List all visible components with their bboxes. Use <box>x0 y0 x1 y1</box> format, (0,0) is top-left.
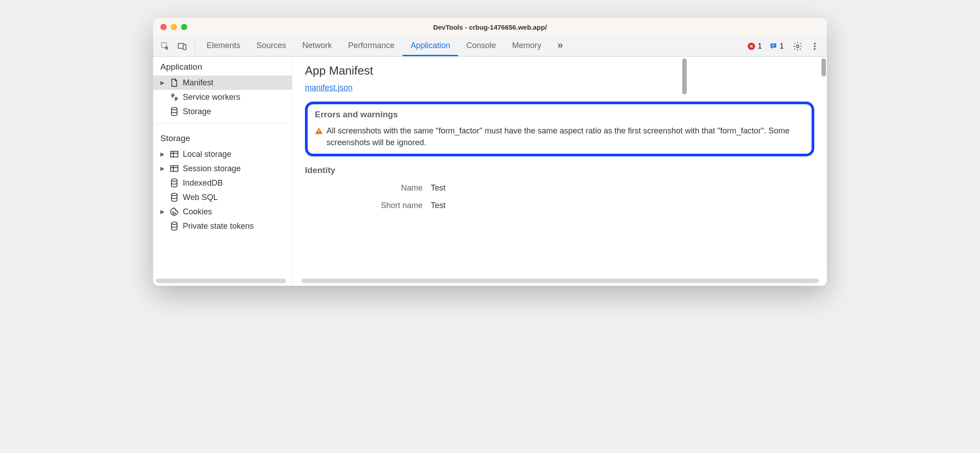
more-tabs-button[interactable]: » <box>549 36 571 56</box>
svg-rect-22 <box>318 132 319 133</box>
main-tabs: Elements Sources Network Performance App… <box>199 36 571 56</box>
svg-point-17 <box>172 212 173 213</box>
sidebar-section-application: Application <box>153 57 292 76</box>
svg-point-8 <box>814 45 816 47</box>
warning-row: All screenshots with the same "form_fact… <box>315 125 804 148</box>
inspect-element-icon[interactable] <box>159 40 171 52</box>
svg-rect-4 <box>772 44 775 45</box>
svg-point-16 <box>172 193 177 195</box>
svg-point-20 <box>172 222 177 224</box>
sidebar-item-label: Manifest <box>183 78 213 88</box>
sidebar-item-session-storage[interactable]: ▶ Session storage <box>153 161 292 176</box>
page-title: App Manifest <box>305 64 814 78</box>
error-badge[interactable]: 1 <box>747 42 762 51</box>
sidebar-section-storage: Storage <box>153 128 292 147</box>
main-hscrollbar[interactable] <box>301 279 819 283</box>
sidebar-item-label: Session storage <box>183 164 241 173</box>
table-icon <box>169 149 179 159</box>
svg-rect-2 <box>183 44 186 49</box>
sidebar-item-label: Local storage <box>183 150 231 159</box>
identity-heading: Identity <box>305 165 814 175</box>
svg-point-19 <box>173 213 173 214</box>
divider <box>194 41 195 52</box>
divider <box>153 123 292 124</box>
gears-icon <box>169 92 179 102</box>
toolbar: Elements Sources Network Performance App… <box>153 36 827 57</box>
warning-text: All screenshots with the same "form_fact… <box>327 125 804 148</box>
tab-elements[interactable]: Elements <box>199 36 248 56</box>
sidebar-item-storage-app[interactable]: Storage <box>153 104 292 119</box>
sidebar-item-label: IndexedDB <box>183 178 223 188</box>
issue-count: 1 <box>780 42 784 50</box>
tab-sources[interactable]: Sources <box>248 36 294 56</box>
sidebar: Application ▶ Manifest Service workers S… <box>153 57 292 286</box>
svg-rect-13 <box>171 151 178 157</box>
svg-point-6 <box>796 45 799 48</box>
window-controls <box>160 24 187 30</box>
chevron-right-icon: ▶ <box>160 80 166 86</box>
chevron-right-icon: ▶ <box>160 151 166 157</box>
tab-performance[interactable]: Performance <box>340 36 402 56</box>
tab-network[interactable]: Network <box>294 36 340 56</box>
minimize-window-button[interactable] <box>171 24 177 30</box>
main-panel: App Manifest manifest.json Errors and wa… <box>292 57 827 286</box>
sidebar-item-label: Service workers <box>183 93 240 102</box>
cookie-icon <box>169 207 179 217</box>
database-icon <box>169 107 179 116</box>
tab-application[interactable]: Application <box>402 36 458 56</box>
name-label: Name <box>305 183 431 193</box>
sidebar-item-indexeddb[interactable]: IndexedDB <box>153 176 292 190</box>
tab-memory[interactable]: Memory <box>504 36 549 56</box>
sidebar-item-private-state-tokens[interactable]: Private state tokens <box>153 219 292 233</box>
sidebar-hscrollbar[interactable] <box>156 279 286 283</box>
svg-point-9 <box>814 48 816 50</box>
database-icon <box>169 221 179 231</box>
kebab-menu-icon[interactable] <box>809 40 821 52</box>
sidebar-item-web-sql[interactable]: Web SQL <box>153 190 292 204</box>
sidebar-item-service-workers[interactable]: Service workers <box>153 90 292 104</box>
short-name-label: Short name <box>305 201 431 210</box>
identity-section: Identity Name Test Short name Test <box>305 165 814 210</box>
table-icon <box>169 164 179 173</box>
sidebar-item-label: Storage <box>183 107 211 116</box>
sidebar-item-label: Private state tokens <box>183 222 254 231</box>
database-icon <box>169 192 179 202</box>
window-title: DevTools - crbug-1476656.web.app/ <box>153 23 827 31</box>
main-scrollbar[interactable] <box>821 58 826 76</box>
file-icon <box>169 78 179 88</box>
sidebar-item-manifest[interactable]: ▶ Manifest <box>153 76 292 90</box>
body: Application ▶ Manifest Service workers S… <box>153 57 827 286</box>
close-window-button[interactable] <box>160 24 167 30</box>
issue-icon <box>769 42 778 51</box>
svg-rect-5 <box>772 46 774 46</box>
errors-warnings-section: Errors and warnings All screenshots with… <box>305 102 814 156</box>
svg-point-15 <box>172 179 177 181</box>
identity-name-row: Name Test <box>305 183 814 193</box>
errors-heading: Errors and warnings <box>315 110 804 120</box>
sidebar-item-local-storage[interactable]: ▶ Local storage <box>153 147 292 161</box>
database-icon <box>169 178 179 188</box>
issue-badge[interactable]: 1 <box>769 42 784 51</box>
devtools-window: DevTools - crbug-1476656.web.app/ Elemen… <box>153 18 827 286</box>
manifest-link[interactable]: manifest.json <box>305 83 353 92</box>
svg-rect-14 <box>171 166 178 172</box>
sidebar-item-label: Web SQL <box>183 193 218 202</box>
name-value: Test <box>431 183 446 193</box>
device-toolbar-icon[interactable] <box>177 40 188 52</box>
identity-shortname-row: Short name Test <box>305 201 814 210</box>
sidebar-item-cookies[interactable]: ▶ Cookies <box>153 204 292 219</box>
warning-icon <box>315 126 323 138</box>
sidebar-item-label: Cookies <box>183 207 212 217</box>
error-icon <box>747 42 756 51</box>
svg-rect-21 <box>318 129 319 132</box>
tab-console[interactable]: Console <box>458 36 504 56</box>
chevron-right-icon: ▶ <box>160 209 166 215</box>
error-count: 1 <box>758 42 762 50</box>
svg-point-18 <box>175 213 176 214</box>
svg-point-12 <box>172 107 177 110</box>
settings-icon[interactable] <box>792 40 803 52</box>
titlebar: DevTools - crbug-1476656.web.app/ <box>153 18 827 36</box>
chevron-right-icon: ▶ <box>160 165 166 172</box>
maximize-window-button[interactable] <box>181 24 187 30</box>
svg-point-7 <box>814 43 816 44</box>
